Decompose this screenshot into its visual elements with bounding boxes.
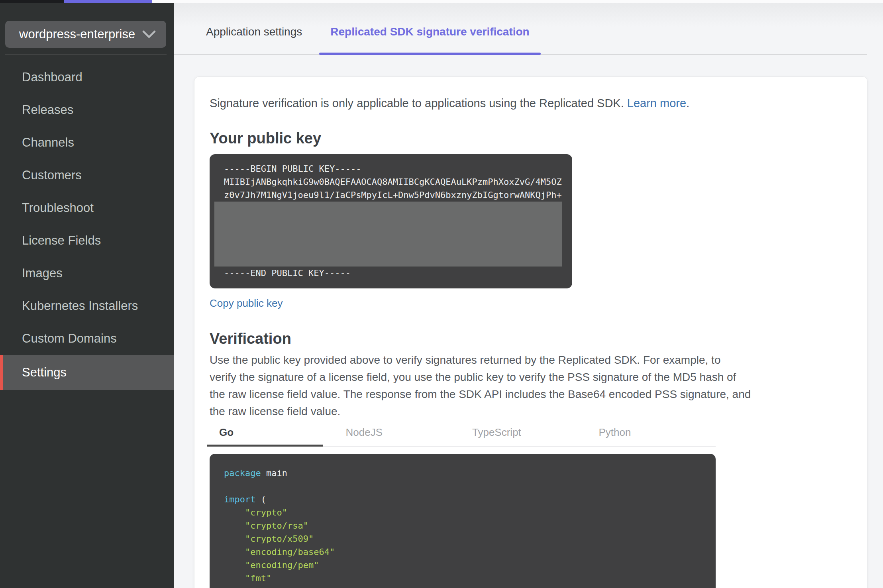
public-key-end-line: -----END PUBLIC KEY----- — [224, 267, 563, 280]
public-key-line: -----BEGIN PUBLIC KEY----- — [224, 162, 563, 175]
sidebar-item-channels[interactable]: Channels — [0, 126, 174, 159]
code-language-tabs: GoNodeJSTypeScriptPython — [210, 423, 716, 447]
top-strip-accent — [64, 0, 152, 3]
public-key-line: MIIBIjANBgkqhkiG9w0BAQEFAAOCAQ8AMIIBCgKC… — [224, 175, 563, 188]
verification-body-line: the raw license field value. The respons… — [210, 386, 867, 403]
content-card: Signature verification is only applicabl… — [194, 76, 867, 588]
intro-text: Signature verification is only applicabl… — [210, 97, 867, 110]
sidebar-item-kubernetes-installers[interactable]: Kubernetes Installers — [0, 290, 174, 322]
app-selector-label: wordpress-enterprise — [19, 27, 135, 41]
sidebar-item-troubleshoot[interactable]: Troubleshoot — [0, 192, 174, 224]
sidebar-item-images[interactable]: Images — [0, 257, 174, 290]
sidebar-item-dashboard[interactable]: Dashboard — [0, 61, 174, 94]
go-code-line: package main — [224, 466, 704, 480]
public-key-redacted-region — [214, 202, 562, 267]
go-code-block: package main import ( "crypto" "crypto/r… — [210, 454, 716, 588]
main-area: Application settingsReplicated SDK signa… — [174, 3, 883, 588]
learn-more-link[interactable]: Learn more — [627, 97, 686, 110]
go-code-line: "encoding/base64" — [224, 545, 704, 559]
public-key-line: z0v7Jh7M1NgV1joeu9l1/IaCPsMpyIcL+Dnw5Pdv… — [224, 188, 563, 202]
sidebar-item-customers[interactable]: Customers — [0, 159, 174, 192]
intro-text-suffix: . — [686, 97, 689, 110]
go-code-line: "encoding/pem" — [224, 559, 704, 572]
public-key-block: -----BEGIN PUBLIC KEY-----MIIBIjANBgkqhk… — [210, 154, 572, 288]
sidebar-item-settings[interactable]: Settings — [0, 355, 174, 390]
sidebar-item-license-fields[interactable]: License Fields — [0, 224, 174, 257]
sidebar-item-releases[interactable]: Releases — [0, 94, 174, 126]
intro-text-main: Signature verification is only applicabl… — [210, 97, 627, 110]
sidebar-divider — [5, 54, 167, 55]
copy-public-key-link[interactable]: Copy public key — [210, 297, 283, 310]
page-tabs: Application settingsReplicated SDK signa… — [174, 3, 867, 55]
verification-heading: Verification — [210, 330, 867, 347]
code-tab-typescript[interactable]: TypeScript — [463, 423, 589, 446]
go-code-line: ) — [224, 585, 704, 588]
sidebar-nav: DashboardReleasesChannelsCustomersTroubl… — [0, 61, 174, 390]
code-tab-python[interactable]: Python — [589, 423, 716, 446]
public-key-heading: Your public key — [210, 130, 867, 147]
tab-replicated-sdk-signature-verification[interactable]: Replicated SDK signature verification — [319, 25, 540, 54]
go-code-line: "crypto" — [224, 506, 704, 519]
verification-body-line: Use the public key provided above to ver… — [210, 351, 867, 368]
public-key-lines: -----BEGIN PUBLIC KEY-----MIIBIjANBgkqhk… — [224, 162, 563, 202]
code-tab-go[interactable]: Go — [210, 423, 336, 446]
go-code-line: "fmt" — [224, 572, 704, 585]
go-code-line: import ( — [224, 493, 704, 506]
top-strip — [0, 0, 883, 3]
top-strip-rest — [152, 0, 883, 3]
tab-application-settings[interactable]: Application settings — [195, 25, 313, 54]
go-code-line: "crypto/x509" — [224, 532, 704, 545]
app-selector-dropdown[interactable]: wordpress-enterprise — [5, 21, 166, 48]
code-tab-nodejs[interactable]: NodeJS — [336, 423, 463, 446]
verification-body: Use the public key provided above to ver… — [210, 351, 867, 420]
sidebar: wordpress-enterprise DashboardReleasesCh… — [0, 3, 174, 588]
verification-body-line: verify the signature of a license field,… — [210, 368, 867, 386]
chevron-down-icon — [142, 30, 156, 39]
go-code-line — [224, 480, 704, 493]
verification-body-line: the raw license field value. — [210, 403, 867, 420]
go-code-line: "crypto/rsa" — [224, 519, 704, 532]
top-strip-dark — [0, 0, 64, 3]
sidebar-item-custom-domains[interactable]: Custom Domains — [0, 322, 174, 355]
